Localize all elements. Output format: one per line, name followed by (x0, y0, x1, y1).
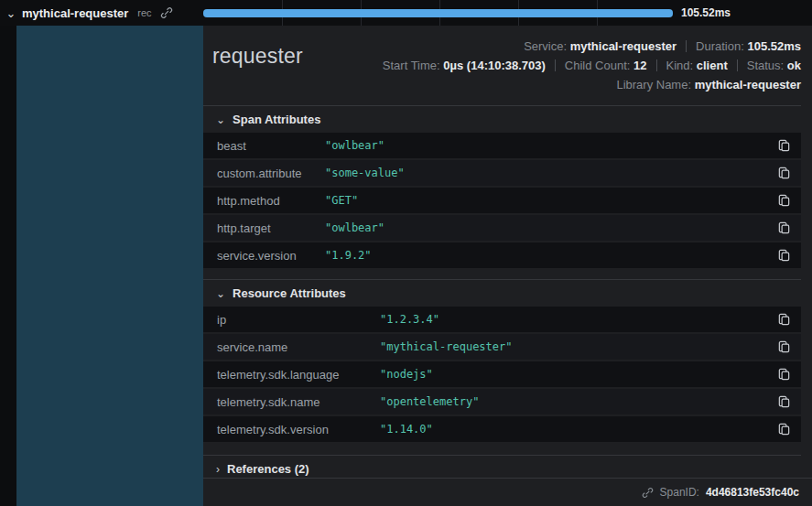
attribute-value: "some-value" (325, 167, 775, 179)
table-row: telemetry.sdk.language "nodejs" (203, 361, 801, 387)
kind-label: Kind: (666, 59, 694, 72)
resource-attributes-section: ⌄ Resource Attributes ip "1.2.3.4" servi… (203, 279, 801, 442)
copy-button[interactable] (775, 137, 793, 155)
service-value: mythical-requester (570, 39, 677, 53)
status-label: Status: (747, 59, 784, 72)
copy-button[interactable] (775, 192, 793, 210)
resource-attributes-header[interactable]: ⌄ Resource Attributes (203, 279, 801, 307)
table-row: http.method "GET" (203, 188, 801, 213)
meta-divider (686, 40, 687, 52)
duration-label: 105.52ms (681, 0, 731, 26)
meta-divider (555, 59, 556, 71)
copy-button[interactable] (775, 366, 793, 383)
attribute-key: service.name (217, 340, 380, 354)
link-icon[interactable] (160, 6, 173, 19)
copy-button[interactable] (775, 247, 793, 264)
child-count-value: 12 (633, 59, 646, 72)
span-title: requester (212, 44, 303, 69)
copy-button[interactable] (775, 311, 793, 328)
copy-button[interactable] (775, 421, 793, 438)
library-name-value: mythical-requester (695, 78, 801, 92)
attribute-value: "mythical-requester" (380, 340, 775, 353)
table-row: custom.attribute "some-value" (203, 160, 801, 186)
span-id-value: 4d46813fe53fc40c (706, 486, 799, 499)
table-row: beast "owlbear" (203, 133, 801, 158)
child-count-label: Child Count: (565, 59, 631, 72)
attribute-value: "1.14.0" (380, 423, 775, 436)
attribute-key: ip (217, 313, 380, 327)
status-value: ok (787, 59, 801, 72)
attribute-value: "1.9.2" (325, 249, 775, 262)
copy-button[interactable] (775, 165, 793, 182)
meta-divider (656, 59, 657, 71)
chevron-down-icon: ⌄ (216, 288, 225, 299)
link-icon[interactable] (642, 487, 654, 499)
table-row: service.version "1.9.2" (203, 242, 801, 268)
span-details-panel: requester Service: mythical-requesterDur… (203, 26, 812, 506)
meta-line-1: Service: mythical-requesterDuration: 105… (383, 37, 801, 56)
section-title: References (2) (227, 462, 309, 476)
table-row: telemetry.sdk.name "opentelemetry" (203, 389, 801, 414)
timeline-ruler (203, 0, 676, 26)
left-gutter (0, 26, 16, 506)
details-header: requester Service: mythical-requesterDur… (203, 35, 812, 102)
duration-meta-label: Duration: (696, 39, 744, 53)
recording-badge: rec (137, 7, 151, 18)
trace-tree-panel (16, 26, 203, 506)
span-meta: Service: mythical-requesterDuration: 105… (383, 37, 801, 94)
trace-span-name: mythical-requester (22, 6, 128, 20)
meta-line-2: Start Time: 0µs (14:10:38.703)Child Coun… (383, 56, 801, 75)
span-attributes-table: beast "owlbear" custom.attribute "some-v… (203, 133, 801, 268)
resource-attributes-table: ip "1.2.3.4" service.name "mythical-requ… (203, 307, 801, 442)
attribute-key: beast (217, 139, 325, 153)
meta-divider (737, 59, 738, 71)
start-time-label: Start Time: (383, 59, 440, 72)
span-id-footer: SpanID: 4d46813fe53fc40c (203, 478, 812, 506)
section-title: Resource Attributes (233, 286, 346, 300)
copy-button[interactable] (775, 393, 793, 411)
table-row: ip "1.2.3.4" (203, 307, 801, 332)
trace-root-row[interactable]: ⌄ mythical-requester rec 105.52ms (0, 0, 812, 26)
section-title: Span Attributes (233, 113, 320, 126)
main-area: requester Service: mythical-requesterDur… (0, 26, 812, 506)
attribute-key: http.target (217, 221, 325, 235)
attribute-value: "GET" (325, 194, 775, 207)
meta-line-3: Library Name: mythical-requester (383, 75, 801, 94)
table-row: telemetry.sdk.version "1.14.0" (203, 416, 801, 442)
attribute-value: "nodejs" (380, 368, 775, 381)
span-duration-bar[interactable] (203, 9, 673, 17)
kind-value: client (697, 59, 728, 72)
attribute-key: service.version (217, 249, 325, 263)
library-name-label: Library Name: (616, 78, 691, 92)
attribute-key: http.method (217, 194, 325, 208)
copy-button[interactable] (775, 220, 793, 237)
service-label: Service: (524, 39, 567, 53)
table-row: service.name "mythical-requester" (203, 334, 801, 360)
chevron-right-icon: › (216, 464, 220, 475)
attribute-value: "1.2.3.4" (380, 313, 775, 326)
copy-button[interactable] (775, 339, 793, 356)
attribute-value: "owlbear" (325, 139, 775, 152)
attribute-key: telemetry.sdk.version (217, 423, 380, 436)
attribute-value: "owlbear" (325, 221, 775, 234)
attribute-key: custom.attribute (217, 167, 325, 180)
attribute-key: telemetry.sdk.name (217, 395, 380, 409)
chevron-down-icon: ⌄ (216, 114, 225, 125)
attribute-value: "opentelemetry" (380, 395, 775, 408)
table-row: http.target "owlbear" (203, 215, 801, 241)
span-attributes-header[interactable]: ⌄ Span Attributes (203, 105, 801, 133)
span-id-label: SpanID: (660, 486, 699, 499)
chevron-down-icon[interactable]: ⌄ (0, 6, 22, 20)
attribute-key: telemetry.sdk.language (217, 368, 380, 382)
span-attributes-section: ⌄ Span Attributes beast "owlbear" custom… (203, 105, 801, 268)
duration-meta-value: 105.52ms (747, 39, 801, 53)
start-time-value: 0µs (14:10:38.703) (443, 59, 546, 72)
